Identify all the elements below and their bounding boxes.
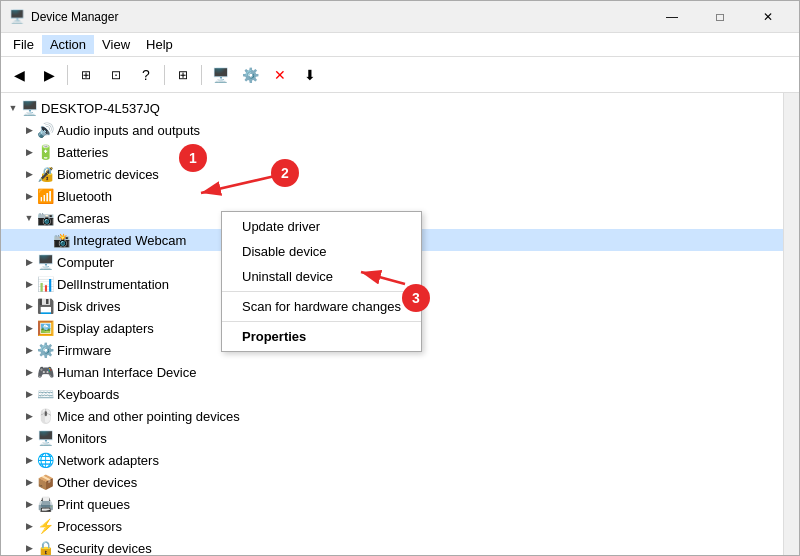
display-view-btn[interactable]: ⊞: [169, 61, 197, 89]
tree-toggle[interactable]: ▶: [21, 496, 37, 512]
tree-item-icon: 🌐: [37, 452, 53, 468]
tree-toggle[interactable]: ▶: [21, 320, 37, 336]
tree-toggle[interactable]: ▶: [21, 298, 37, 314]
tree-item-label: Keyboards: [57, 387, 119, 402]
tree-item-icon: 📊: [37, 276, 53, 292]
toolbar-sep-3: [201, 65, 202, 85]
tree-item-label: Batteries: [57, 145, 108, 160]
menu-view[interactable]: View: [94, 35, 138, 54]
tree-toggle[interactable]: ▶: [21, 122, 37, 138]
menu-bar: File Action View Help: [1, 33, 799, 57]
tree-item-label: Processors: [57, 519, 122, 534]
toolbar-sep-1: [67, 65, 68, 85]
tree-item-label: Monitors: [57, 431, 107, 446]
context-menu-item[interactable]: Properties: [222, 324, 421, 349]
tree-item-label: Other devices: [57, 475, 137, 490]
tree-item-label: Print queues: [57, 497, 130, 512]
tree-item-icon: 🔋: [37, 144, 53, 160]
tree-item[interactable]: ▶⌨️Keyboards: [1, 383, 783, 405]
tree-item-label: DellInstrumentation: [57, 277, 169, 292]
tree-item-icon: 🖥️: [37, 430, 53, 446]
tree-item[interactable]: ▶🖥️Monitors: [1, 427, 783, 449]
back-button[interactable]: ◀: [5, 61, 33, 89]
tree-item-icon: ⚡: [37, 518, 53, 534]
tree-item-label: Bluetooth: [57, 189, 112, 204]
tree-item-icon: ⌨️: [37, 386, 53, 402]
minimize-button[interactable]: —: [649, 1, 695, 33]
maximize-button[interactable]: □: [697, 1, 743, 33]
close-button[interactable]: ✕: [745, 1, 791, 33]
tree-toggle[interactable]: ▼: [21, 210, 37, 226]
tree-toggle[interactable]: ▶: [21, 386, 37, 402]
tree-item-icon: 🖥️: [37, 254, 53, 270]
context-menu-item[interactable]: Disable device: [222, 239, 421, 264]
tree-item-label: Audio inputs and outputs: [57, 123, 200, 138]
tree-toggle[interactable]: ▶: [21, 430, 37, 446]
tree-toggle[interactable]: ▶: [21, 276, 37, 292]
tree-item-icon: 🔊: [37, 122, 53, 138]
forward-button[interactable]: ▶: [35, 61, 63, 89]
root-toggle[interactable]: ▼: [5, 100, 21, 116]
tree-toggle[interactable]: ▶: [21, 452, 37, 468]
menu-help[interactable]: Help: [138, 35, 181, 54]
tree-item-icon: 🔏: [37, 166, 53, 182]
scrollbar[interactable]: [783, 93, 799, 555]
scan-btn[interactable]: ⬇: [296, 61, 324, 89]
context-menu-item[interactable]: Uninstall device: [222, 264, 421, 289]
device-manager-window: 🖥️ Device Manager — □ ✕ File Action View…: [0, 0, 800, 556]
tree-toggle[interactable]: ▶: [21, 408, 37, 424]
tree-item-icon: 🖱️: [37, 408, 53, 424]
tree-toggle[interactable]: ▶: [21, 342, 37, 358]
tree-root[interactable]: ▼ 🖥️ DESKTOP-4L537JQ: [1, 97, 783, 119]
context-menu-separator: [222, 321, 421, 322]
context-menu-item[interactable]: Update driver: [222, 214, 421, 239]
tree-item-icon: 💾: [37, 298, 53, 314]
update-driver-btn[interactable]: ⚙️: [236, 61, 264, 89]
context-menu-separator: [222, 291, 421, 292]
tree-toggle[interactable]: ▶: [21, 144, 37, 160]
tree-item[interactable]: ▶⚡Processors: [1, 515, 783, 537]
tree-item[interactable]: ▶📦Other devices: [1, 471, 783, 493]
tree-item[interactable]: ▶🖨️Print queues: [1, 493, 783, 515]
tree-item[interactable]: ▶🔏Biometric devices: [1, 163, 783, 185]
menu-action[interactable]: Action: [42, 35, 94, 54]
tree-item-icon: 🖼️: [37, 320, 53, 336]
tree-toggle[interactable]: ▶: [21, 188, 37, 204]
tree-item-icon: 📷: [37, 210, 53, 226]
window-icon: 🖥️: [9, 9, 25, 25]
tree-item-label: Security devices: [57, 541, 152, 556]
tree-item-label: Firmware: [57, 343, 111, 358]
tree-item[interactable]: ▶🔊Audio inputs and outputs: [1, 119, 783, 141]
tree-item-icon: ⚙️: [37, 342, 53, 358]
tree-item-label: Integrated Webcam: [73, 233, 186, 248]
tree-item-label: Display adapters: [57, 321, 154, 336]
tree-item[interactable]: ▶🔋Batteries: [1, 141, 783, 163]
menu-file[interactable]: File: [5, 35, 42, 54]
tree-item[interactable]: ▶🎮Human Interface Device: [1, 361, 783, 383]
tree-item[interactable]: ▶🔒Security devices: [1, 537, 783, 555]
tree-toggle[interactable]: ▶: [21, 254, 37, 270]
tree-item-label: Mice and other pointing devices: [57, 409, 240, 424]
computer-btn[interactable]: 🖥️: [206, 61, 234, 89]
tree-item-label: Computer: [57, 255, 114, 270]
resources-btn[interactable]: ⊡: [102, 61, 130, 89]
uninstall-btn[interactable]: ✕: [266, 61, 294, 89]
tree-item-label: Human Interface Device: [57, 365, 196, 380]
context-menu-item[interactable]: Scan for hardware changes: [222, 294, 421, 319]
root-icon: 🖥️: [21, 100, 37, 116]
device-manager-view-btn[interactable]: ⊞: [72, 61, 100, 89]
tree-toggle[interactable]: ▶: [21, 474, 37, 490]
tree-item[interactable]: ▶🌐Network adapters: [1, 449, 783, 471]
tree-toggle[interactable]: ▶: [21, 166, 37, 182]
window-title: Device Manager: [31, 10, 649, 24]
root-label: DESKTOP-4L537JQ: [41, 101, 160, 116]
tree-item-icon: 🔒: [37, 540, 53, 555]
tree-item[interactable]: ▶🖱️Mice and other pointing devices: [1, 405, 783, 427]
tree-toggle[interactable]: [37, 232, 53, 248]
tree-item[interactable]: ▶📶Bluetooth: [1, 185, 783, 207]
help-btn[interactable]: ?: [132, 61, 160, 89]
tree-item-label: Biometric devices: [57, 167, 159, 182]
tree-toggle[interactable]: ▶: [21, 540, 37, 555]
tree-toggle[interactable]: ▶: [21, 518, 37, 534]
tree-toggle[interactable]: ▶: [21, 364, 37, 380]
